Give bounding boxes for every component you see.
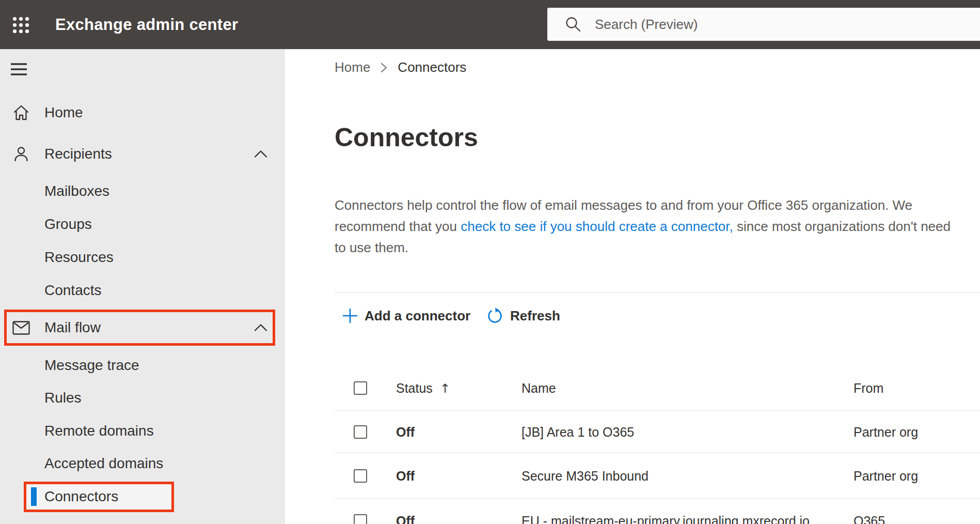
app-launcher-button[interactable] [9, 13, 33, 37]
column-header-from[interactable]: From [853, 381, 883, 396]
row-from: O365 [853, 514, 885, 524]
breadcrumb: Home Connectors [335, 59, 466, 75]
page-description: Connectors help control the flow of emai… [335, 195, 963, 258]
plus-icon [342, 308, 358, 323]
main-content: Home Connectors Connectors Connectors he… [285, 49, 980, 524]
table-header-row: Status ↑ Name From [335, 366, 980, 411]
row-from: Partner org [853, 424, 918, 439]
sidebar-item-rules[interactable]: Rules [0, 381, 285, 414]
sidebar-item-label: Home [44, 104, 83, 121]
sidebar-item-label: Recipients [44, 146, 112, 162]
chevron-right-icon [381, 62, 387, 73]
person-icon [13, 146, 29, 162]
sidebar-item-message-trace[interactable]: Message trace [0, 349, 285, 382]
sidebar-item-resources[interactable]: Resources [0, 241, 285, 274]
refresh-button[interactable]: Refresh [486, 305, 560, 327]
column-header-name[interactable]: Name [521, 381, 556, 396]
table-row[interactable]: Off [JB] Area 1 to O365 Partner org [335, 411, 980, 453]
app-title: Exchange admin center [55, 0, 238, 49]
row-checkbox[interactable] [354, 469, 367, 483]
row-from: Partner org [853, 468, 918, 483]
chevron-up-icon [254, 324, 267, 332]
hamburger-icon [10, 62, 27, 76]
select-all-checkbox[interactable] [354, 381, 367, 395]
row-status: Off [396, 514, 415, 524]
row-checkbox[interactable] [354, 425, 367, 439]
home-icon [12, 104, 30, 121]
sidebar-item-mail-flow[interactable]: Mail flow [0, 311, 285, 344]
sidebar-item-recipients[interactable]: Recipients [0, 137, 285, 171]
row-checkbox[interactable] [354, 514, 367, 524]
sidebar: Home Recipients Mailboxes Groups Resourc… [0, 49, 285, 524]
sidebar-item-groups[interactable]: Groups [0, 208, 285, 241]
sidebar-item-connectors[interactable]: Connectors [0, 480, 285, 513]
sort-ascending-icon: ↑ [440, 381, 450, 395]
search-input[interactable] [594, 16, 980, 33]
breadcrumb-home[interactable]: Home [335, 59, 370, 75]
sidebar-item-home[interactable]: Home [0, 96, 285, 129]
row-name: [JB] Area 1 to O365 [521, 424, 634, 439]
sidebar-item-mailboxes[interactable]: Mailboxes [0, 175, 285, 208]
table-row[interactable]: Off EU - mailstream-eu-primary.journalin… [335, 499, 980, 524]
row-status: Off [396, 424, 415, 439]
connector-check-link[interactable]: check to see if you should create a conn… [461, 219, 733, 234]
page-title: Connectors [335, 122, 478, 152]
table-row[interactable]: Off Secure M365 Inbound Partner org [335, 453, 980, 499]
sidebar-item-accepted-domains[interactable]: Accepted domains [0, 447, 285, 480]
refresh-icon [486, 307, 503, 325]
row-name: EU - mailstream-eu-primary.journaling.mx… [521, 514, 810, 524]
hamburger-button[interactable] [10, 59, 31, 79]
column-header-status[interactable]: Status ↑ [396, 381, 450, 396]
search-icon [565, 16, 581, 33]
toolbar-divider [335, 292, 980, 293]
waffle-icon [12, 17, 29, 34]
chevron-up-icon [254, 150, 267, 158]
sidebar-item-label: Mail flow [44, 319, 101, 336]
add-connector-button[interactable]: Add a connector [342, 305, 470, 327]
search-box[interactable] [547, 8, 980, 41]
envelope-icon [12, 321, 30, 335]
top-bar: Exchange admin center [0, 0, 980, 49]
row-status: Off [396, 468, 415, 483]
row-name: Secure M365 Inbound [521, 468, 649, 483]
sidebar-item-contacts[interactable]: Contacts [0, 274, 285, 307]
sidebar-item-remote-domains[interactable]: Remote domains [0, 414, 285, 448]
breadcrumb-current: Connectors [398, 59, 466, 75]
